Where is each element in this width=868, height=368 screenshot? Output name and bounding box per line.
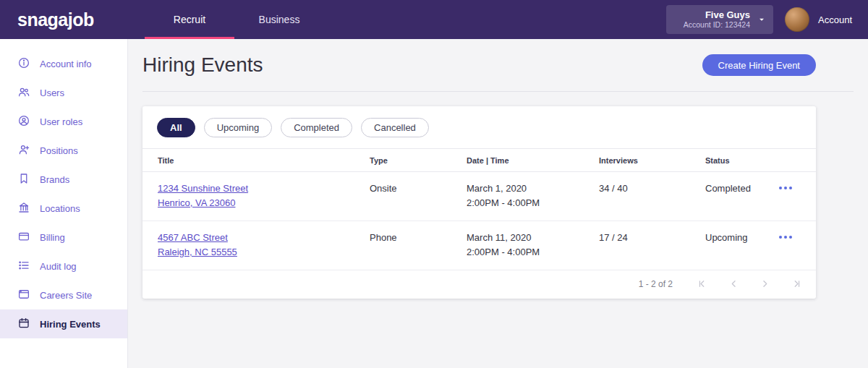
hiring-events-icon <box>17 317 30 332</box>
sidebar-item-brands[interactable]: Brands <box>0 165 127 194</box>
header-divider <box>142 91 854 92</box>
pagination-last-icon[interactable] <box>791 278 801 289</box>
sidebar-item-positions[interactable]: Positions <box>0 136 127 165</box>
sidebar-item-careers-site[interactable]: Careers Site <box>0 281 127 309</box>
column-type: Type <box>370 156 467 165</box>
body-row: Account info Users User roles Positions … <box>0 39 868 368</box>
row-more-options-icon[interactable] <box>765 181 806 189</box>
sidebar-item-account-info[interactable]: Account info <box>0 49 127 78</box>
careers-site-icon <box>17 288 30 303</box>
event-status: Upcoming <box>705 231 765 245</box>
chevron-down-icon <box>757 15 766 24</box>
app-root: snagajob Recruit Business Five Guys Acco… <box>0 0 868 368</box>
event-location-link[interactable]: Henrico, VA 23060 <box>158 196 235 210</box>
tab-recruit[interactable]: Recruit <box>145 0 234 39</box>
hiring-events-card: All Upcoming Completed Cancelled Title T… <box>142 106 816 299</box>
filter-bar: All Upcoming Completed Cancelled <box>142 106 816 148</box>
account-company: Five Guys <box>676 9 750 20</box>
create-hiring-event-button[interactable]: Create Hiring Event <box>702 54 816 76</box>
event-time: 2:00PM - 4:00PM <box>467 245 599 260</box>
sidebar-item-label: Users <box>40 87 64 98</box>
top-navbar: snagajob Recruit Business Five Guys Acco… <box>0 0 868 39</box>
filter-completed[interactable]: Completed <box>281 118 352 137</box>
audit-log-icon <box>17 259 30 274</box>
user-roles-icon <box>17 114 30 129</box>
sidebar-item-locations[interactable]: Locations <box>0 194 127 223</box>
pagination-range: 1 - 2 of 2 <box>639 279 673 289</box>
navbar-right: Five Guys Account ID: 123424 Account <box>666 5 868 34</box>
event-date: March 1, 2020 <box>467 181 599 196</box>
event-type: Phone <box>370 231 467 245</box>
sidebar-item-label: Account info <box>40 59 92 69</box>
filter-cancelled[interactable]: Cancelled <box>361 118 429 137</box>
sidebar-item-label: Positions <box>40 145 78 156</box>
event-title-link[interactable]: 1234 Sunshine Street <box>158 181 248 196</box>
sidebar-item-label: Hiring Events <box>40 319 101 330</box>
avatar[interactable] <box>785 7 809 32</box>
account-selector-text: Five Guys Account ID: 123424 <box>676 9 750 30</box>
filter-upcoming[interactable]: Upcoming <box>204 118 273 137</box>
column-title: Title <box>158 156 370 165</box>
sidebar-item-label: Audit log <box>40 261 77 272</box>
info-icon <box>17 56 30 72</box>
event-title-link[interactable]: 4567 ABC Street <box>158 231 228 245</box>
sidebar-item-label: Careers Site <box>40 290 92 301</box>
event-date: March 11, 2020 <box>467 231 599 245</box>
billing-icon <box>17 230 30 245</box>
column-date-time: Date | Time <box>467 156 599 165</box>
page-title: Hiring Events <box>142 54 263 77</box>
sidebar-item-label: Billing <box>40 232 65 243</box>
tab-business-label: Business <box>259 14 300 25</box>
event-title-cell: 1234 Sunshine Street Henrico, VA 23060 <box>158 181 370 210</box>
table-header: Title Type Date | Time Interviews Status <box>142 148 816 172</box>
sidebar-item-user-roles[interactable]: User roles <box>0 107 127 136</box>
main-content: Hiring Events Create Hiring Event All Up… <box>128 39 868 368</box>
event-datetime-cell: March 11, 2020 2:00PM - 4:00PM <box>467 231 599 260</box>
event-type: Onsite <box>370 181 467 196</box>
sidebar-item-label: Brands <box>40 174 69 185</box>
pagination-next-icon[interactable] <box>760 278 770 289</box>
sidebar-item-audit-log[interactable]: Audit log <box>0 252 127 281</box>
event-time: 2:00PM - 4:00PM <box>467 196 599 210</box>
row-more-options-icon[interactable] <box>765 231 806 239</box>
page-header: Hiring Events Create Hiring Event <box>142 39 816 87</box>
account-id: Account ID: 123424 <box>676 20 750 30</box>
event-status: Completed <box>705 181 765 196</box>
column-interviews: Interviews <box>599 156 705 165</box>
event-datetime-cell: March 1, 2020 2:00PM - 4:00PM <box>467 181 599 210</box>
column-status: Status <box>705 156 765 165</box>
sidebar-item-label: User roles <box>40 116 82 127</box>
tab-recruit-label: Recruit <box>174 14 205 25</box>
account-menu[interactable]: Account <box>818 14 852 25</box>
account-selector[interactable]: Five Guys Account ID: 123424 <box>666 5 773 34</box>
pagination-first-icon[interactable] <box>697 278 708 289</box>
users-icon <box>17 85 30 100</box>
tab-business[interactable]: Business <box>234 0 324 39</box>
sidebar: Account info Users User roles Positions … <box>0 39 128 368</box>
event-interviews: 17 / 24 <box>599 231 705 245</box>
filter-all[interactable]: All <box>157 118 195 137</box>
navbar-tabs: Recruit Business <box>145 0 324 39</box>
sidebar-item-hiring-events[interactable]: Hiring Events <box>0 309 127 338</box>
pagination-prev-icon[interactable] <box>728 278 739 289</box>
sidebar-item-label: Locations <box>40 203 80 214</box>
sidebar-item-users[interactable]: Users <box>0 78 127 107</box>
locations-icon <box>17 201 30 216</box>
pagination-controls <box>697 278 801 289</box>
brands-icon <box>17 172 30 187</box>
table-row: 4567 ABC Street Raleigh, NC 55555 Phone … <box>142 221 816 270</box>
pagination-bar: 1 - 2 of 2 <box>142 270 816 299</box>
event-title-cell: 4567 ABC Street Raleigh, NC 55555 <box>158 231 370 260</box>
event-interviews: 34 / 40 <box>599 181 705 196</box>
positions-icon <box>17 143 30 158</box>
event-location-link[interactable]: Raleigh, NC 55555 <box>158 245 237 260</box>
brand-logo: snagajob <box>17 9 126 30</box>
sidebar-item-billing[interactable]: Billing <box>0 223 127 252</box>
table-row: 1234 Sunshine Street Henrico, VA 23060 O… <box>142 172 816 221</box>
